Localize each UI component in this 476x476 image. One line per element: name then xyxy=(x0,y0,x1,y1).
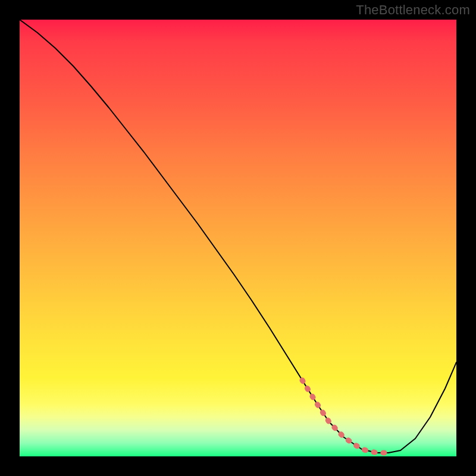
plot-area xyxy=(20,20,456,456)
optimal-range-markers xyxy=(302,380,389,453)
chart-frame: TheBottleneck.com xyxy=(0,0,476,476)
watermark-text: TheBottleneck.com xyxy=(356,2,470,18)
curve-svg xyxy=(20,20,456,456)
bottleneck-curve xyxy=(20,20,456,453)
